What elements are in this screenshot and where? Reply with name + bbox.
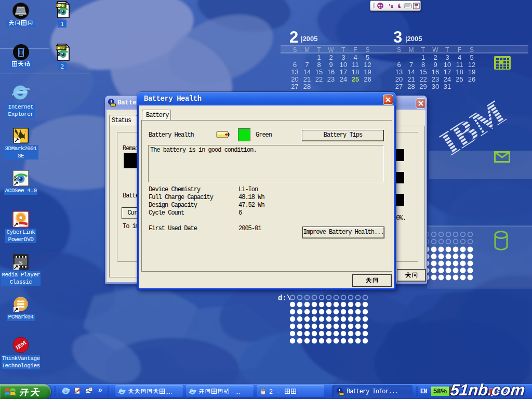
svg-text:d:\: d:\ [278, 294, 291, 302]
svg-text:’o: ’o [389, 3, 394, 9]
svg-text:S: S [19, 259, 22, 267]
svg-text:JPG: JPG [57, 4, 64, 8]
svg-text:JPG: JPG [57, 46, 64, 50]
